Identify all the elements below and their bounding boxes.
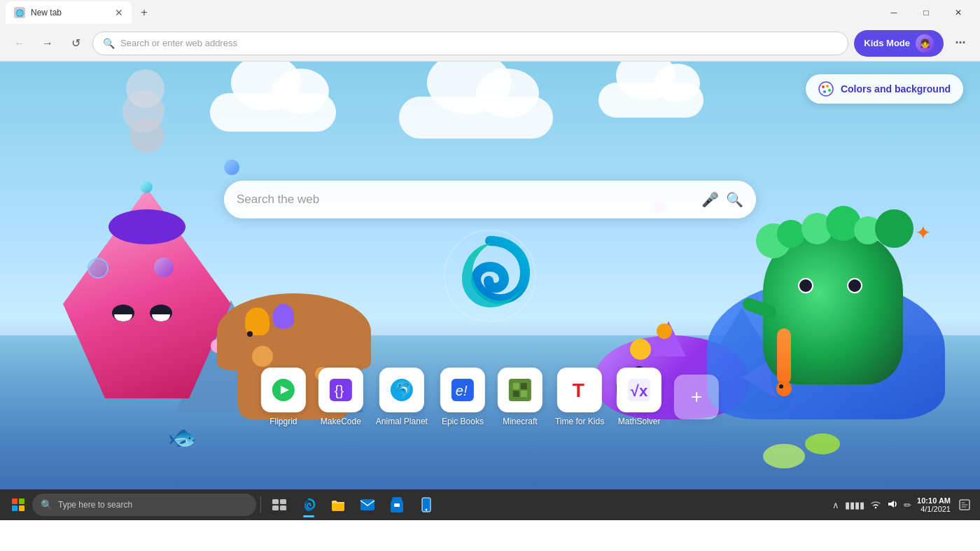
back-button[interactable]: ← — [8, 32, 31, 55]
edge-logo — [441, 227, 539, 325]
quicklink-mathsolver[interactable]: √x MathSolver — [617, 368, 662, 426]
quicklink-flipgrid[interactable]: Flipgrid — [261, 368, 306, 426]
svg-rect-18 — [521, 391, 527, 397]
cloud-2 — [385, 69, 567, 139]
reload-button[interactable]: ↺ — [64, 32, 87, 55]
makecode-label: MakeCode — [321, 417, 361, 426]
svg-rect-28 — [360, 499, 374, 510]
more-options-button[interactable]: ··· — [949, 32, 972, 55]
new-tab-button[interactable]: + — [134, 3, 154, 22]
quicklink-makecode[interactable]: {} MakeCode — [318, 368, 363, 426]
svg-point-2 — [822, 85, 825, 88]
store-icon — [390, 497, 404, 512]
systray-icons: ∧ ▮▮▮▮ ✏ — [831, 498, 913, 512]
epic-books-icon: e! — [440, 368, 485, 412]
volume-icon[interactable] — [886, 498, 899, 512]
quicklink-add-button[interactable]: + — [674, 375, 719, 419]
microphone-icon[interactable]: 🎤 — [701, 191, 719, 208]
svg-rect-17 — [513, 391, 519, 397]
search-bar[interactable]: 🎤 🔍 — [224, 181, 756, 218]
svg-point-3 — [826, 85, 829, 88]
quicklink-minecraft[interactable]: Minecraft — [498, 368, 542, 426]
windows-logo-icon — [12, 498, 24, 511]
cloud-1 — [196, 76, 350, 132]
fish-character: 🐟 — [168, 423, 197, 451]
mail-icon — [360, 498, 375, 511]
active-tab[interactable]: 🌐 New tab ✕ — [6, 1, 132, 24]
kids-mode-button[interactable]: Kids Mode 👧 — [854, 30, 944, 57]
svg-point-32 — [426, 509, 428, 511]
yellow-creature-2 — [657, 323, 672, 339]
taskbar-mail[interactable] — [354, 491, 382, 519]
yellow-sub-2 — [763, 444, 805, 468]
network-icon[interactable] — [869, 498, 883, 512]
address-bar-input[interactable]: 🔍 Search or enter web address — [92, 32, 848, 55]
snake-character — [770, 328, 798, 398]
animal-planet-label: Animal Planet — [376, 417, 428, 426]
time-for-kids-label: Time for Kids — [555, 417, 604, 426]
taskbar-search[interactable]: 🔍 Type here to search — [32, 494, 256, 516]
phone-link-icon — [421, 497, 431, 512]
svg-text:√x: √x — [631, 382, 648, 400]
svg-rect-25 — [272, 505, 279, 510]
tab-close-button[interactable]: ✕ — [115, 7, 123, 18]
tab-label: New tab — [31, 8, 62, 18]
start-button[interactable] — [6, 492, 31, 517]
quicklink-animal-planet[interactable]: 🐬 Animal Planet — [376, 368, 428, 426]
svg-rect-16 — [521, 383, 527, 389]
kids-avatar: 👧 — [916, 34, 934, 53]
svg-rect-15 — [513, 383, 519, 389]
bubble-5 — [88, 258, 108, 279]
edge-taskbar-icon — [301, 497, 316, 512]
pen-icon[interactable]: ✏ — [902, 498, 913, 512]
search-icon: 🔍 — [103, 38, 115, 49]
svg-point-1 — [819, 82, 833, 96]
svg-rect-26 — [280, 505, 286, 510]
svg-point-4 — [828, 89, 831, 92]
system-tray: ∧ ▮▮▮▮ ✏ 10:10 AM 4/1/2021 — [831, 495, 974, 515]
system-clock[interactable]: 10:10 AM 4/1/2021 — [917, 496, 951, 513]
time-for-kids-icon: T — [557, 368, 602, 412]
taskbar-store[interactable] — [383, 491, 411, 519]
svg-rect-14 — [509, 379, 531, 401]
minecraft-icon — [498, 368, 542, 412]
makecode-icon: {} — [318, 368, 363, 412]
titlebar: 🌐 New tab ✕ + ─ □ ✕ — [0, 0, 980, 25]
window-controls: ─ □ ✕ — [878, 1, 974, 24]
mathsolver-label: MathSolver — [618, 417, 661, 426]
kids-mode-label: Kids Mode — [864, 38, 910, 48]
battery-icon[interactable]: ▮▮▮▮ — [844, 498, 866, 512]
svg-rect-30 — [394, 503, 400, 507]
taskbar-file-explorer[interactable] — [324, 491, 352, 519]
add-icon: + — [674, 375, 719, 419]
file-explorer-icon — [331, 498, 345, 512]
tab-favicon: 🌐 — [14, 7, 25, 18]
taskbar-phone-link[interactable] — [412, 491, 440, 519]
forward-button[interactable]: → — [36, 32, 59, 55]
quicklink-time-for-kids[interactable]: T Time for Kids — [555, 368, 604, 426]
colors-background-button[interactable]: Colors and background — [806, 74, 963, 104]
taskbar-edge[interactable] — [295, 491, 323, 519]
addressbar: ← → ↺ 🔍 Search or enter web address Kids… — [0, 25, 980, 62]
task-view-icon — [272, 499, 286, 510]
taskbar-task-view[interactable] — [265, 491, 293, 519]
chevron-up-icon[interactable]: ∧ — [831, 498, 841, 512]
notification-icon — [959, 499, 970, 510]
address-placeholder: Search or enter web address — [120, 38, 237, 48]
yellow-sub — [805, 433, 840, 454]
clock-time: 10:10 AM — [917, 496, 951, 505]
bubble-3 — [140, 181, 153, 193]
search-icon[interactable]: 🔍 — [726, 191, 743, 208]
close-button[interactable]: ✕ — [942, 1, 974, 24]
yellow-creature — [630, 339, 651, 360]
taskbar: 🔍 Type here to search — [0, 489, 980, 520]
minimize-button[interactable]: ─ — [878, 1, 910, 24]
maximize-button[interactable]: □ — [910, 1, 942, 24]
colors-background-label: Colors and background — [841, 83, 951, 95]
mathsolver-icon: √x — [617, 368, 662, 412]
notification-center-button[interactable] — [955, 495, 974, 515]
svg-text:T: T — [573, 379, 584, 401]
quicklink-epic-books[interactable]: e! Epic Books — [440, 368, 485, 426]
search-input[interactable] — [237, 193, 694, 207]
bubble-2 — [154, 258, 174, 277]
